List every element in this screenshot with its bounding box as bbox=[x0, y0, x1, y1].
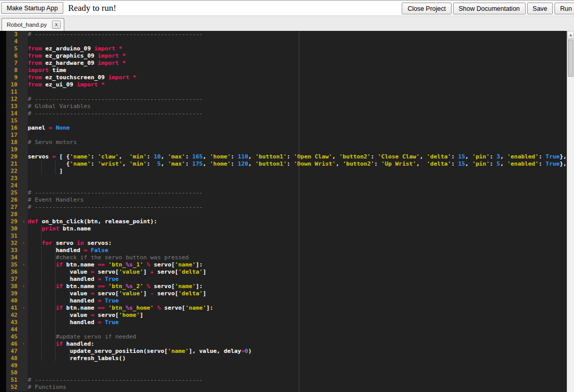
indent-guide bbox=[28, 247, 42, 254]
code-token: # --------------------------------------… bbox=[28, 189, 203, 196]
code-token: from bbox=[28, 81, 45, 88]
fold-spacer bbox=[20, 377, 28, 384]
code-token: None bbox=[56, 124, 69, 131]
code-line: 52# Functions bbox=[6, 384, 567, 391]
code-token: # Global Variables bbox=[28, 103, 91, 110]
code-token: on_btn_click(btn, release_point): bbox=[42, 218, 157, 225]
line-number: 42 bbox=[6, 312, 20, 319]
code-token: }, bbox=[560, 161, 567, 167]
code-text: # --------------------------------------… bbox=[28, 204, 567, 211]
tab-label: Robot_hand.py bbox=[7, 22, 47, 28]
print-margin-line bbox=[299, 31, 299, 392]
code-token: 'Down Wrist' bbox=[294, 161, 336, 167]
code-token: : bbox=[539, 161, 546, 167]
indent-guide bbox=[28, 269, 42, 275]
code-line: 16panel = None bbox=[6, 124, 567, 132]
code-token: 'min' bbox=[129, 153, 147, 160]
code-token: : bbox=[539, 153, 546, 160]
code-token bbox=[154, 305, 157, 311]
code-line: 13# Global Variables bbox=[6, 103, 567, 110]
code-token: value bbox=[70, 290, 91, 297]
line-number: 44 bbox=[6, 326, 20, 333]
code-line: 40 handled = True bbox=[6, 297, 567, 305]
line-number: 24 bbox=[6, 182, 20, 189]
code-token: # --------------------------------------… bbox=[28, 110, 203, 117]
code-token: 'delta' bbox=[178, 290, 203, 297]
code-token: #check if the servo button was pressed bbox=[56, 254, 188, 261]
indent-guide bbox=[56, 290, 69, 297]
code-text: # --------------------------------------… bbox=[28, 377, 567, 384]
fold-marker-icon[interactable]: ▾ bbox=[20, 261, 28, 269]
code-token: import bbox=[108, 74, 133, 81]
line-number: 41 bbox=[6, 305, 20, 312]
code-token: == bbox=[98, 283, 108, 290]
code-text bbox=[28, 175, 567, 182]
code-text: # Global Variables bbox=[28, 103, 567, 110]
scrollbar-thumb[interactable] bbox=[568, 40, 573, 77]
line-number: 19 bbox=[6, 146, 20, 153]
code-token: : bbox=[91, 161, 98, 167]
code-token: from bbox=[28, 52, 45, 59]
code-text: handled = True bbox=[28, 276, 567, 283]
indent-guide bbox=[42, 326, 56, 333]
code-token: + bbox=[150, 269, 157, 275]
code-token: value bbox=[70, 269, 91, 275]
toolbar-button-run[interactable]: Run bbox=[554, 3, 574, 14]
code-token: False bbox=[91, 247, 108, 254]
code-token: ] bbox=[144, 290, 151, 297]
tab-close-button[interactable]: X bbox=[52, 21, 61, 29]
line-number: 10 bbox=[6, 81, 20, 88]
code-text: for servo in servos: bbox=[28, 240, 567, 247]
indent-guide bbox=[56, 276, 69, 282]
fold-spacer bbox=[20, 333, 28, 341]
code-token: 'name' bbox=[185, 305, 206, 311]
code-token: if bbox=[56, 341, 66, 347]
code-line: 50 bbox=[6, 369, 567, 377]
code-token: # --------------------------------------… bbox=[28, 204, 203, 210]
code-token: ] bbox=[203, 290, 206, 297]
code-token: 'value' bbox=[119, 269, 144, 275]
code-editor[interactable]: 3# -------------------------------------… bbox=[0, 31, 574, 392]
tab-robot-hand-py[interactable]: Robot_hand.py X bbox=[2, 18, 64, 31]
code-token: servo[ bbox=[98, 290, 119, 297]
code-token: # Functions bbox=[28, 384, 66, 390]
fold-marker-icon[interactable]: ▾ bbox=[20, 305, 28, 312]
line-number: 23 bbox=[6, 175, 20, 182]
code-line: 26# Event Handlers bbox=[6, 197, 567, 204]
code-text: #check if the servo button was pressed bbox=[28, 254, 567, 261]
fold-marker-icon[interactable]: ▾ bbox=[20, 283, 28, 290]
toolbar: Make Startup App Ready to run! Close Pro… bbox=[0, 0, 574, 16]
code-token: 'home' bbox=[210, 153, 231, 160]
code-token: if bbox=[56, 261, 66, 268]
code-token: 15 bbox=[458, 161, 465, 167]
indent-guide bbox=[42, 283, 56, 290]
make-startup-app-button[interactable]: Make Startup App bbox=[1, 2, 63, 14]
code-token: 'min' bbox=[129, 161, 147, 167]
code-token: %s bbox=[125, 283, 133, 290]
code-line: 34 #check if the servo button was presse… bbox=[6, 254, 567, 261]
toolbar-button-show-documentation[interactable]: Show Documentation bbox=[453, 3, 526, 14]
code-line: 17 bbox=[6, 132, 567, 139]
line-number: 21 bbox=[6, 161, 20, 168]
code-token: 'pin' bbox=[472, 153, 490, 160]
code-line: 18# Servo motors bbox=[6, 139, 567, 146]
fold-marker-icon[interactable]: ▾ bbox=[20, 240, 28, 247]
code-line: 7from ez_hardware_09 import * bbox=[6, 60, 567, 67]
line-number: 39 bbox=[6, 290, 20, 297]
code-token: panel bbox=[28, 124, 49, 131]
vertical-scrollbar[interactable]: ▲ bbox=[567, 31, 574, 392]
fold-marker-icon[interactable]: ▾ bbox=[20, 218, 28, 225]
code-token: from bbox=[28, 74, 45, 81]
code-token: ] bbox=[59, 168, 63, 174]
scroll-up-icon[interactable]: ▲ bbox=[567, 31, 574, 39]
code-token: 'name' bbox=[168, 348, 189, 354]
code-text bbox=[28, 146, 567, 153]
line-number: 7 bbox=[6, 60, 20, 67]
code-line: 4 bbox=[6, 38, 567, 45]
toolbar-button-save[interactable]: Save bbox=[527, 3, 553, 14]
code-text: if btn.name == 'btn_%s_1' % servo['name'… bbox=[28, 261, 567, 269]
toolbar-button-close-project[interactable]: Close Project bbox=[402, 3, 451, 14]
line-number: 3 bbox=[6, 31, 20, 38]
fold-spacer bbox=[20, 297, 28, 305]
fold-marker-icon[interactable]: ▾ bbox=[20, 341, 28, 348]
